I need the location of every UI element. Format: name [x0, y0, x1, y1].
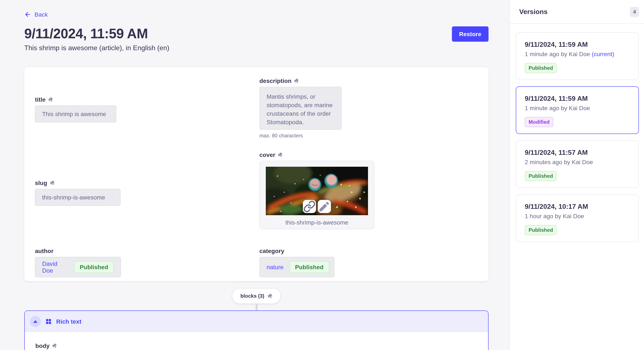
author-status-badge: Published	[74, 261, 114, 273]
versions-sidebar-header: Versions 4	[510, 0, 644, 24]
pencil-icon	[318, 200, 330, 213]
field-title-label: title	[35, 96, 46, 103]
field-cover: cover	[260, 151, 374, 229]
field-author: author David Doe Published	[35, 247, 121, 277]
version-timestamp: 9/11/2024, 11:57 AM	[525, 149, 630, 157]
title-input	[35, 105, 116, 123]
field-body-label: body	[35, 342, 50, 349]
version-status-badge: Modified	[525, 117, 554, 127]
page-header-text: 9/11/2024, 11:59 AM This shrimp is aweso…	[24, 25, 169, 52]
cover-filename: this-shrimp-is-awesome	[260, 219, 374, 226]
version-timestamp: 9/11/2024, 11:59 AM	[525, 95, 630, 103]
link-icon	[303, 200, 316, 213]
rich-text-block-body: body	[25, 332, 488, 350]
field-description: description Mantis shrimps, or stomatopo…	[260, 77, 342, 139]
version-meta-text: 1 hour ago by Kai Doe	[525, 213, 584, 219]
version-card[interactable]: 9/11/2024, 11:59 AM 1 minute ago by Kai …	[516, 32, 639, 80]
version-meta-text: 1 minute ago by Kai Doe	[525, 105, 590, 111]
field-title-label-row: title	[35, 96, 116, 103]
app-root: Back 9/11/2024, 11:59 AM This shrimp is …	[0, 0, 644, 350]
field-description-label-row: description	[260, 77, 342, 84]
version-meta: 1 hour ago by Kai Doe	[525, 213, 630, 219]
version-card[interactable]: 9/11/2024, 10:17 AM 1 hour ago by Kai Do…	[516, 194, 639, 242]
field-title: title	[35, 96, 116, 123]
category-relation-box: nature Published	[260, 257, 334, 277]
slug-input	[35, 189, 120, 206]
component-grid-icon	[46, 319, 52, 325]
version-card[interactable]: 9/11/2024, 11:59 AM 1 minute ago by Kai …	[516, 86, 639, 134]
page-header: 9/11/2024, 11:59 AM This shrimp is aweso…	[24, 25, 488, 52]
field-category: category nature Published	[260, 247, 334, 277]
globe-icon	[52, 343, 57, 348]
cover-media-card: this-shrimp-is-awesome	[260, 161, 374, 229]
blocks-pill: blocks (3)	[232, 288, 280, 304]
back-link-label: Back	[34, 11, 48, 18]
field-category-label-row: category	[260, 247, 334, 254]
description-textarea: Mantis shrimps, or stomatopods, are mari…	[260, 87, 342, 130]
page-subtitle: This shrimp is awesome (article), in Eng…	[24, 44, 169, 52]
author-relation-link[interactable]: David Doe	[42, 260, 68, 274]
copy-link-button[interactable]	[303, 200, 316, 213]
versions-sidebar: Versions 4 9/11/2024, 11:59 AM 1 minute …	[510, 0, 644, 350]
version-current-label: (current)	[592, 51, 614, 57]
category-relation-link[interactable]: nature	[267, 264, 284, 270]
rich-text-block-label: Rich text	[56, 318, 81, 325]
field-slug-label-row: slug	[35, 179, 120, 186]
field-body-label-row: body	[35, 342, 478, 349]
description-helper-text: max. 80 characters	[260, 133, 342, 139]
blocks-pill-label: blocks (3)	[240, 293, 264, 299]
versions-list: 9/11/2024, 11:59 AM 1 minute ago by Kai …	[510, 24, 644, 242]
rich-text-block: Rich text body	[24, 311, 488, 350]
field-cover-label-row: cover	[260, 151, 374, 158]
category-status-badge: Published	[290, 261, 329, 273]
versions-count-badge: 4	[630, 6, 639, 17]
edit-media-button[interactable]	[318, 200, 331, 213]
blocks-connector-line	[255, 304, 258, 311]
restore-button[interactable]: Restore	[452, 26, 488, 42]
arrow-left-icon	[24, 11, 31, 18]
version-meta: 1 minute ago by Kai Doe	[525, 105, 630, 111]
page-title: 9/11/2024, 11:59 AM	[24, 25, 169, 42]
cover-actions	[303, 200, 331, 213]
history-main-pane: Back 9/11/2024, 11:59 AM This shrimp is …	[0, 0, 510, 350]
globe-icon	[267, 293, 272, 299]
back-link[interactable]: Back	[24, 11, 48, 18]
version-timestamp: 9/11/2024, 11:59 AM	[525, 41, 630, 48]
field-author-label: author	[35, 247, 54, 254]
globe-icon	[294, 78, 299, 83]
field-cover-label: cover	[260, 151, 275, 158]
version-status-badge: Published	[525, 63, 557, 73]
rich-text-block-header: Rich text	[25, 311, 488, 332]
globe-icon	[278, 152, 283, 157]
author-relation-box: David Doe Published	[35, 257, 121, 277]
versions-title: Versions	[519, 8, 548, 15]
cover-image	[266, 167, 368, 215]
version-meta-text: 1 minute ago by Kai Doe	[525, 51, 590, 57]
version-preview-card: title description Mantis shrimps, or sto…	[24, 67, 488, 281]
version-status-badge: Published	[525, 171, 557, 181]
blocks-section: blocks (3)	[24, 288, 488, 311]
field-description-label: description	[260, 77, 292, 84]
version-meta: 2 minutes ago by Kai Doe	[525, 159, 630, 166]
field-category-label: category	[260, 247, 284, 254]
version-meta: 1 minute ago by Kai Doe (current)	[525, 51, 630, 57]
version-meta-text: 2 minutes ago by Kai Doe	[525, 159, 593, 166]
version-timestamp: 9/11/2024, 10:17 AM	[525, 203, 630, 210]
version-status-badge: Published	[525, 225, 557, 235]
field-slug: slug	[35, 179, 120, 206]
version-card[interactable]: 9/11/2024, 11:57 AM 2 minutes ago by Kai…	[516, 140, 639, 188]
chevron-up-icon	[33, 320, 38, 323]
globe-icon	[48, 97, 53, 102]
field-slug-label: slug	[35, 179, 47, 186]
collapse-toggle-button[interactable]	[30, 316, 41, 327]
field-author-label-row: author	[35, 247, 121, 254]
globe-icon	[50, 180, 55, 185]
